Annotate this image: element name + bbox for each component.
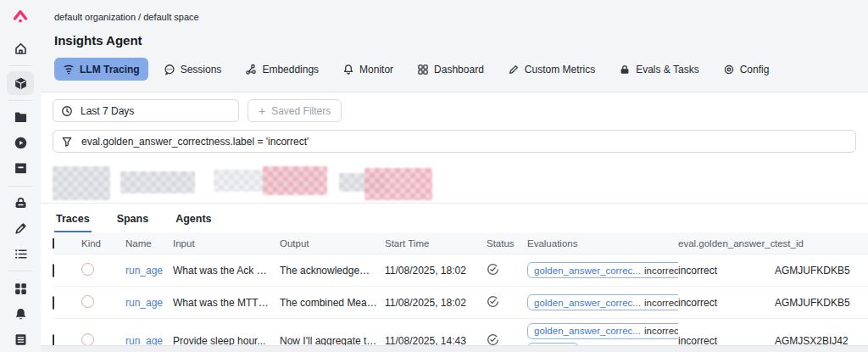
arize-logo-icon[interactable] [8,7,33,27]
table-footer-strip [41,345,868,352]
tab-traces[interactable]: Traces [54,211,92,232]
tab-sessions[interactable]: Sessions [155,58,231,81]
tab-dashboard[interactable]: Dashboard [409,58,492,81]
column-header-eval-correctness[interactable]: eval.golden_answer_corre [678,238,775,249]
journal-icon [14,332,28,347]
redacted-summary-region [41,165,868,204]
redacted-block [364,168,432,200]
filter-funnel-icon [61,136,73,148]
tab-config[interactable]: Config [715,58,778,81]
status-ok-icon [487,333,499,346]
test-id-cell: AGMJUFKDKB5 [775,297,868,309]
tab-embeddings[interactable]: Embeddings [236,58,327,81]
evaluation-label: incorrect [644,265,678,276]
sidebar-item-archive[interactable] [7,157,34,181]
row-checkbox[interactable] [53,264,54,277]
eval-correctness-cell: incorrect [678,297,775,309]
time-range-value: Last 7 Days [81,105,134,117]
home-icon [14,42,28,56]
trace-name-link[interactable]: run_age [125,265,173,277]
tab-spans[interactable]: Spans [115,211,151,232]
evaluation-name: golden_answer_correc... [534,265,641,276]
tab-evals-tasks[interactable]: Evals & Tasks [610,58,707,81]
column-header-kind[interactable]: Kind [81,238,125,249]
column-header-start-time[interactable]: Start Time [385,238,487,249]
column-header-input[interactable]: Input [173,238,280,249]
evaluation-label: incorrect [644,326,678,336]
lock-filled-icon [619,64,631,75]
tab-label: Dashboard [434,64,484,75]
sidebar-divider [8,100,33,101]
table-header-row: Kind Name Input Output Start Time Status… [53,232,868,254]
status-ok-icon [487,263,499,276]
page-title: Insights Agent [54,33,854,47]
column-header-evaluations[interactable]: Evaluations [527,238,678,249]
tab-llm-tracing[interactable]: LLM Tracing [54,58,148,81]
filter-bar: Last 7 Days + Saved Filters eval.golden_… [41,99,868,153]
evaluation-badge[interactable]: golden_answer_correc... incorrect [527,294,678,310]
chat-bubble-icon [164,64,175,75]
column-header-test-id[interactable]: test_id [775,238,868,249]
saved-filters-button[interactable]: + Saved Filters [248,99,342,122]
sidebar-item-home[interactable] [7,36,34,60]
content-panel: Last 7 Days + Saved Filters eval.golden_… [41,92,868,352]
bell-outline-icon [342,64,354,75]
traces-table: Kind Name Input Output Start Time Status… [53,232,868,352]
pencil-icon [14,221,28,236]
evaluation-label: incorrect [644,298,678,308]
sidebar-item-list[interactable] [7,242,34,265]
redacted-block [120,171,195,193]
filter-query-text: eval.golden_answer_correctness.label = '… [81,136,309,148]
sidebar-item-lock[interactable] [7,192,34,215]
filter-query-input[interactable]: eval.golden_answer_correctness.label = '… [53,130,856,153]
sidebar-item-edit[interactable] [7,217,34,241]
select-all-checkbox[interactable] [53,238,54,249]
sidebar-item-projects[interactable] [7,71,34,95]
column-header-output[interactable]: Output [280,238,385,249]
evaluation-name: golden_answer_correc... [534,326,641,336]
tab-agents[interactable]: Agents [174,211,213,232]
tab-label: Config [740,64,770,75]
tab-label: Embeddings [262,64,319,75]
test-id-cell: AGMJUFKDKB5 [775,265,868,277]
output-cell: The acknowledgeme... [280,265,385,277]
tab-monitor[interactable]: Monitor [334,58,402,81]
evaluation-name: golden_answer_correc... [534,298,641,308]
main-tab-bar: LLM Tracing Sessions Embeddings Monitor … [54,58,854,81]
tab-label: LLM Tracing [80,64,140,75]
sidebar-divider [8,271,33,271]
pencil-outline-icon [508,64,520,75]
play-circle-icon [14,136,28,150]
column-header-status[interactable]: Status [487,238,527,249]
sidebar-item-apps[interactable] [7,277,34,300]
sidebar-item-notifications[interactable] [7,302,34,326]
eval-correctness-cell: incorrect [678,265,775,277]
trace-name-link[interactable]: run_age [125,297,173,309]
dashboard-icon [417,64,429,75]
evaluation-badge[interactable]: golden_answer_correc... incorrect [527,323,678,339]
evaluation-badge[interactable]: golden_answer_correc... incorrect [527,262,678,278]
column-header-name[interactable]: Name [125,238,173,249]
plus-icon: + [259,105,265,117]
time-range-select[interactable]: Last 7 Days [53,99,239,122]
start-time-cell: 11/08/2025, 18:02 [385,297,487,309]
archive-box-icon [14,161,28,176]
table-row[interactable]: run_age What was the Ack %... The acknow… [53,254,868,287]
sidebar-divider [8,65,33,66]
grid-icon [14,282,28,296]
list-icon [14,247,28,261]
sidebar-item-logs[interactable] [7,327,34,351]
sidebar-item-folder[interactable] [7,106,34,130]
table-row[interactable]: run_age What was the MTTR ... The combin… [53,287,868,319]
folder-icon [14,110,28,125]
tab-label: Evals & Tasks [636,64,698,75]
sidebar-item-play[interactable] [7,131,34,155]
tab-label: Custom Metrics [525,64,595,75]
tab-custom-metrics[interactable]: Custom Metrics [499,58,604,81]
saved-filters-label: Saved Filters [271,105,331,117]
input-cell: What was the Ack %... [173,265,280,277]
row-checkbox[interactable] [53,296,54,310]
breadcrumb[interactable]: default organization / default space [54,12,854,22]
view-tab-bar: Traces Spans Agents [41,204,868,232]
clock-icon [61,105,73,117]
